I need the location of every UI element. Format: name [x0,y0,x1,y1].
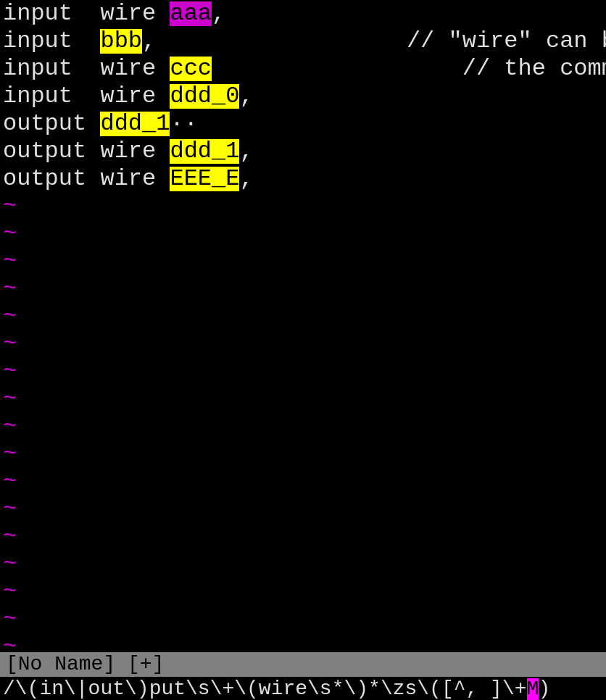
keyword-wire-1: wire [72,1,170,26]
comma-1: , [212,1,225,26]
comment-3: // the comma can be omitted [212,57,606,81]
tilde-line-3: ~ [3,249,603,277]
highlight-ddd0: ddd_0 [170,84,239,109]
command-line[interactable]: /\(in\|out\)put\s\+\(wire\s*\)*\zs\([^, … [0,677,606,700]
tilde-line-16: ~ [3,607,603,635]
code-line-2: input bbb , // "wire" can be omitted [3,29,603,57]
tilde-line-4: ~ [3,277,603,304]
keyword-output-7: output [3,167,86,191]
tilde-line-9: ~ [3,414,603,442]
comma-6: , [239,139,253,164]
cursor: M [527,678,539,699]
cmdline-text: /\(in\|out\)put\s\+\(wire\s*\)*\zs\([^, … [3,678,527,699]
keyword-wire-6: wire [86,139,170,164]
keyword-output-6: output [3,139,86,164]
highlight-bbb: bbb [100,29,142,54]
tilde-line-12: ~ [3,497,603,525]
highlight-eeee: EEE_E [170,167,239,191]
status-bar: [No Name] [+] [0,652,606,677]
code-line-3: input wire ccc // the comma can be omitt… [3,57,603,84]
status-text: [No Name] [+] [6,654,164,675]
dots-5: ·· [170,112,197,136]
tilde-line-15: ~ [3,580,603,607]
tilde-line-8: ~ [3,387,603,414]
tilde-line-1: ~ [3,194,603,222]
code-line-5: output ddd_1 ·· [3,112,603,139]
comma-4: , [239,84,253,109]
comment-2: , // "wire" can be omitted [142,29,606,54]
code-line-1: input wire aaa , [3,1,603,29]
keyword-wire-3: wire [72,57,170,81]
code-line-7: output wire EEE_E , [3,167,603,194]
space-5 [86,112,100,136]
highlight-ddd1-output: ddd_1 [100,112,170,136]
tilde-line-10: ~ [3,442,603,470]
tilde-line-6: ~ [3,332,603,359]
space-2 [72,29,100,54]
keyword-input-3: input [3,57,72,81]
tilde-line-11: ~ [3,470,603,497]
tilde-line-14: ~ [3,552,603,580]
tilde-line-7: ~ [3,359,603,387]
keyword-output-5: output [3,112,86,136]
keyword-wire-7: wire [86,167,170,191]
editor: input wire aaa , input bbb , // "wire" c… [0,0,606,652]
keyword-wire-4: wire [72,84,170,109]
keyword-input-4: input [3,84,72,109]
code-line-4: input wire ddd_0 , [3,84,603,112]
tilde-line-17: ~ [3,635,603,652]
highlight-ddd1-wire: ddd_1 [170,139,239,164]
tilde-line-13: ~ [3,525,603,552]
keyword-input-1: input [3,1,72,26]
comma-7: , [239,167,253,191]
keyword-input-2: input [3,29,72,54]
tilde-line-5: ~ [3,304,603,332]
tilde-line-2: ~ [3,222,603,249]
cmdline-suffix: ) [539,678,551,699]
code-line-6: output wire ddd_1 , [3,139,603,167]
highlight-ccc: ccc [170,57,212,81]
highlight-aaa: aaa [170,1,212,26]
